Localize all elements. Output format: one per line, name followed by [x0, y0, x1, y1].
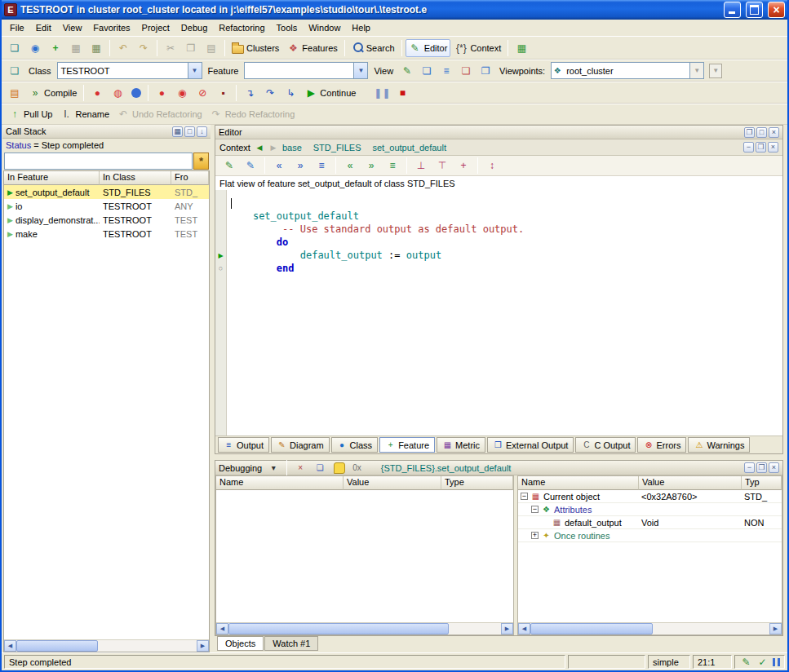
debug-column-header[interactable]: Type: [441, 476, 513, 490]
debugging-menu-arrow-icon[interactable]: ▾: [264, 459, 282, 477]
redo-icon[interactable]: ↷: [134, 39, 153, 57]
code-lines[interactable]: set_output_default -- Use standard outpu…: [215, 190, 782, 435]
feature-combobox[interactable]: [244, 62, 368, 79]
breadcrumb-item[interactable]: base: [282, 143, 302, 153]
scrollbar-thumb[interactable]: [530, 623, 653, 634]
close-icon[interactable]: ×: [768, 142, 778, 153]
disable-breakpoints-icon[interactable]: ◉: [172, 84, 192, 102]
stop-icon[interactable]: ■: [392, 84, 412, 102]
rename-button[interactable]: I.Rename: [56, 105, 113, 123]
step-out-icon[interactable]: ↳: [281, 84, 300, 102]
code-line[interactable]: [215, 197, 782, 210]
tab-output[interactable]: ≡Output: [218, 437, 269, 453]
callees-icon[interactable]: »: [290, 157, 310, 175]
dock-icon[interactable]: ↓: [197, 126, 207, 137]
tab-diagram[interactable]: ✎Diagram: [271, 437, 330, 453]
cut-icon[interactable]: ✂: [161, 39, 180, 57]
object-tree-row[interactable]: ▦default_outputVoidNON: [518, 516, 782, 529]
scroll-left-button[interactable]: ◀: [4, 640, 16, 652]
compile-log-icon[interactable]: ▤: [5, 84, 24, 102]
class-combobox[interactable]: TESTROOT: [57, 62, 202, 79]
ancestors-icon[interactable]: ⊥: [411, 157, 431, 175]
class-combobox-arrow[interactable]: [188, 63, 202, 78]
relations-icon[interactable]: +: [454, 157, 473, 175]
history-back-button[interactable]: [255, 144, 264, 152]
objects-table-hscrollbar[interactable]: ◀ ▶: [518, 622, 782, 634]
maximize-icon[interactable]: ❐: [756, 142, 766, 153]
clusters-button[interactable]: Clusters: [228, 39, 282, 57]
scrollbar-track[interactable]: [530, 623, 769, 634]
toggle-breakpoint-icon[interactable]: ●: [152, 84, 171, 102]
scrollbar-thumb[interactable]: [16, 640, 98, 652]
viewpoints-combobox[interactable]: ❖ root_cluster: [551, 62, 704, 79]
close-icon[interactable]: ×: [769, 127, 779, 138]
edit-new-window-icon[interactable]: ✎: [241, 157, 260, 175]
debugging-panel-header[interactable]: Debugging ▾×❏0x {STD_FILES}.set_output_d…: [215, 461, 782, 475]
scrollbar-thumb[interactable]: [228, 623, 449, 634]
paste-icon[interactable]: ▤: [202, 39, 221, 57]
step-over-icon[interactable]: ↷: [260, 84, 280, 102]
callstack-column-header[interactable]: Fro: [171, 171, 209, 185]
undock-icon[interactable]: ❐: [744, 127, 755, 138]
scroll-left-button[interactable]: ◀: [216, 623, 228, 634]
context-button[interactable]: {*}Context: [451, 39, 504, 57]
undo-icon[interactable]: ↶: [113, 39, 133, 57]
basic-text-view-icon[interactable]: ✎: [397, 62, 417, 80]
new-file-icon[interactable]: ❏: [5, 39, 24, 57]
callstack-filter-input[interactable]: [4, 153, 193, 170]
interface-view-icon[interactable]: ❐: [476, 62, 495, 80]
tab-external-output[interactable]: ❒External Output: [487, 437, 574, 453]
remove-breakpoints-icon[interactable]: ⊘: [193, 84, 212, 102]
flat-view-icon[interactable]: ≡: [437, 62, 456, 80]
diagram-tool-icon[interactable]: ▦: [512, 39, 531, 57]
maximize-icon[interactable]: □: [756, 127, 767, 138]
scroll-right-button[interactable]: ▶: [769, 623, 782, 634]
expand-expander[interactable]: +: [531, 532, 539, 539]
viewpoints-combobox-arrow[interactable]: [689, 63, 703, 78]
minimize-button[interactable]: [724, 2, 741, 18]
code-line[interactable]: -- Use standard output as default output…: [215, 223, 782, 236]
editor-panel-header[interactable]: Editor ❐□×: [215, 126, 782, 139]
callers-icon[interactable]: «: [269, 157, 289, 175]
callstack-row[interactable]: ▶display_demonstrat...TESTROOTTEST: [4, 213, 209, 227]
collapse-expander[interactable]: −: [531, 506, 539, 513]
clickable-view-icon[interactable]: ❏: [417, 62, 437, 80]
breakpoint-slot-icon[interactable]: ○: [215, 262, 226, 275]
titlebar[interactable]: E TESTROOT in cluster root_cluster locat…: [2, 0, 787, 20]
features-button[interactable]: ❖Features: [283, 39, 340, 57]
debug-column-header[interactable]: Value: [344, 476, 441, 490]
save-icon[interactable]: ▦: [66, 39, 86, 57]
code-line[interactable]: set_output_default: [215, 210, 782, 223]
callstack-column-header[interactable]: In Feature: [4, 171, 100, 185]
info-icon[interactable]: [128, 84, 144, 102]
copy-icon[interactable]: ❐: [181, 39, 201, 57]
history-forward-button[interactable]: [268, 144, 278, 152]
editor-button[interactable]: ✎Editor: [406, 39, 451, 57]
debug-column-header[interactable]: Name: [518, 476, 639, 490]
callstack-filter-button[interactable]: [193, 153, 209, 170]
tab-warnings[interactable]: ⚠Warnings: [688, 437, 750, 453]
homonyms-icon[interactable]: ≡: [383, 157, 402, 175]
exports-icon[interactable]: ↕: [482, 157, 502, 175]
tab-class[interactable]: ●Class: [331, 437, 379, 453]
menu-file[interactable]: File: [4, 21, 30, 34]
callstack-row[interactable]: ▶makeTESTROOTTEST: [4, 227, 209, 241]
code-line[interactable]: ▶ default_output := output: [215, 249, 782, 262]
debug-column-header[interactable]: Name: [216, 476, 344, 490]
tab-errors[interactable]: ⊗Errors: [637, 437, 686, 453]
debug-column-header[interactable]: Value: [639, 476, 742, 490]
close-button[interactable]: [768, 2, 785, 18]
callstack-row[interactable]: ▶set_output_defaultSTD_FILESSTD_: [4, 185, 209, 199]
callstack-column-header[interactable]: In Class: [100, 171, 171, 185]
compile-button[interactable]: »Compile: [25, 84, 80, 102]
edit-feature-icon[interactable]: ✎: [219, 157, 239, 175]
scroll-left-button[interactable]: ◀: [518, 623, 530, 634]
melt-icon[interactable]: ●: [87, 84, 107, 102]
pause-icon[interactable]: ❚❚: [372, 84, 392, 102]
save-output-icon[interactable]: ▦: [172, 126, 183, 137]
collapse-expander[interactable]: −: [521, 493, 528, 500]
stack-table-body[interactable]: [216, 490, 513, 622]
menu-debug[interactable]: Debug: [175, 21, 213, 34]
descendants-icon[interactable]: ⊤: [432, 157, 452, 175]
menu-view[interactable]: View: [57, 21, 88, 34]
